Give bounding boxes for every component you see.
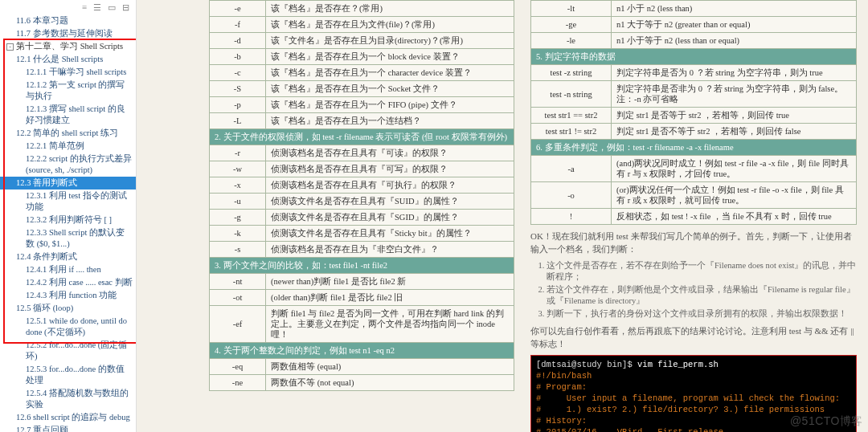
- toc-item[interactable]: 12.1.2 第一支 script 的撰写与执行: [0, 79, 136, 103]
- flag-cell: -p: [210, 97, 266, 113]
- list-item: 若这个文件存在，则判断他是个文件或目录，结果输出『Filename is reg…: [547, 284, 857, 307]
- flag-cell: -lt: [531, 1, 612, 17]
- toc-item[interactable]: 12.3.3 Shell script 的默认变数 ($0, $1...): [0, 226, 136, 251]
- table-row: -nt(newer than)判断 file1 是否比 file2 新: [210, 274, 514, 290]
- desc-cell: 该『文件名』是否存在且为目录(directory)？(常用): [266, 33, 514, 49]
- table-row: -g侦测该文件名是否存在且具有『SGID』的属性？: [210, 210, 514, 226]
- desc-cell: 该『档名』是否存在且为文件(file)？(常用): [266, 17, 514, 33]
- section-cell: 2. 关于文件的权限侦测，如 test -r filename 表示可读否 (但…: [210, 129, 514, 145]
- flag-cell: -c: [210, 65, 266, 81]
- collapse-icon[interactable]: -: [6, 43, 14, 51]
- toc-item[interactable]: 12.1.3 撰写 shell script 的良好习惯建立: [0, 103, 136, 127]
- desc-cell: 侦测该档名是否存在且具有『可执行』的权限？: [266, 177, 514, 194]
- toc-item[interactable]: 12.5.1 while do done, until do done (不定循…: [0, 315, 136, 339]
- terminal-line: #!/bin/bash: [536, 371, 592, 381]
- flag-cell: -w: [210, 161, 266, 177]
- table-row: !反相状态，如 test ! -x file ，当 file 不具有 x 时，回…: [531, 209, 857, 225]
- flag-cell: test str1 != str2: [531, 124, 612, 140]
- toc-item[interactable]: 12.2 简单的 shell script 练习: [0, 127, 136, 140]
- toc-item[interactable]: 12.3 善用判断式: [0, 177, 136, 190]
- desc-cell: n1 大于等于 n2 (greater than or equal): [612, 17, 857, 33]
- desc-cell: 该『档名』是否存在？(常用): [266, 1, 514, 17]
- terminal-line: # 2015/07/16 VBird First release: [536, 427, 723, 432]
- desc-cell: 判定 str1 是否不等于 str2 ，若相等，则回传 false: [612, 124, 857, 140]
- desc-cell: 侦测该文件名是否存在且具有『SGID』的属性？: [266, 210, 514, 226]
- flag-cell: -ne: [210, 375, 266, 391]
- desc-cell: (older than)判断 file1 是否比 file2 旧: [266, 290, 514, 306]
- desc-cell: 该『档名』是否存在且为一个 FIFO (pipe) 文件？: [266, 97, 514, 113]
- flag-cell: -s: [210, 242, 266, 258]
- table-row: -gen1 大于等于 n2 (greater than or equal): [531, 17, 857, 33]
- toolbar-icon[interactable]: ▭: [108, 2, 116, 13]
- toc-chapter[interactable]: -第十二章、学习 Shell Scripts: [0, 40, 136, 53]
- terminal-line: # 1.) exist? 2.) file/directory? 3.) fil…: [536, 405, 825, 414]
- desc-cell: 两数值不等 (not equal): [266, 375, 514, 391]
- terminal-prompt: [dmtsai@study bin]$: [536, 360, 637, 369]
- table-row: -c该『档名』是否存在且为一个 character device 装置？: [210, 65, 514, 81]
- table-row: -eq两数值相等 (equal): [210, 359, 514, 375]
- terminal-command: vim file_perm.sh: [637, 360, 719, 369]
- toc-item[interactable]: 12.3.1 利用 test 指令的测试功能: [0, 190, 136, 214]
- desc-cell: 反相状态，如 test ! -x file ，当 file 不具有 x 时，回传…: [612, 209, 857, 225]
- flag-cell: -o: [531, 182, 612, 209]
- toc-item[interactable]: 11.6 本章习题: [0, 14, 136, 27]
- desc-cell: 该『档名』是否存在且为一个 character device 装置？: [266, 65, 514, 81]
- flag-cell: -ot: [210, 290, 266, 306]
- desc-cell: (or)两状况任何一个成立！例如 test -r file -o -x file…: [612, 182, 857, 209]
- table-row: 6. 多重条件判定，例如：test -r filename -a -x file…: [531, 140, 857, 156]
- toc-item[interactable]: 12.4.2 利用 case ..... esac 判断: [0, 276, 136, 289]
- table-row: 3. 两个文件之间的比较，如：test file1 -nt file2: [210, 258, 514, 274]
- table-row: -e该『档名』是否存在？(常用): [210, 1, 514, 17]
- desc-cell: n1 小于 n2 (less than): [612, 1, 857, 17]
- desc-cell: n1 小于等于 n2 (less than or equal): [612, 33, 857, 49]
- toc-item[interactable]: 11.7 参考数据与延伸阅读: [0, 27, 136, 40]
- table-row: -ltn1 小于 n2 (less than): [531, 1, 857, 17]
- toc-item[interactable]: 12.5.4 搭配随机数与数组的实验: [0, 387, 136, 411]
- desc-cell: 侦测该文件名是否存在且具有『SUID』的属性？: [266, 194, 514, 210]
- toc-item[interactable]: 12.1 什么是 Shell scripts: [0, 53, 136, 66]
- toc-item[interactable]: 12.4 条件判断式: [0, 251, 136, 263]
- flag-cell: -g: [210, 210, 266, 226]
- flag-cell: test str1 == str2: [531, 108, 612, 124]
- toc-item[interactable]: 12.5.2 for...do...done (固定循环): [0, 339, 136, 363]
- table-row: test -z string判定字符串是否为 0 ？若 string 为空字符串…: [531, 65, 857, 81]
- table-row: -d该『文件名』是否存在且为目录(directory)？(常用): [210, 33, 514, 49]
- flag-cell: -ge: [531, 17, 612, 33]
- table-row: 5. 判定字符串的数据: [531, 49, 857, 65]
- toc-item[interactable]: 12.4.3 利用 function 功能: [0, 289, 136, 302]
- desc-cell: 该『档名』是否存在且为一个 Socket 文件？: [266, 81, 514, 97]
- flag-cell: -b: [210, 49, 266, 65]
- flag-cell: -f: [210, 17, 266, 33]
- toc-item[interactable]: 12.5 循环 (loop): [0, 302, 136, 315]
- flag-cell: -le: [531, 33, 612, 49]
- desc-cell: 两数值相等 (equal): [266, 359, 514, 375]
- flag-cell: -a: [531, 156, 612, 182]
- toc-item[interactable]: 12.2.1 简单范例: [0, 140, 136, 153]
- flag-cell: !: [531, 209, 612, 225]
- desc-cell: 判定字符串是否非为 0 ？若 string 为空字符串，则为 false。注：-…: [612, 81, 857, 108]
- toc-item[interactable]: 12.4.1 利用 if .... then: [0, 263, 136, 276]
- table-row: -ef判断 file1 与 file2 是否为同一文件，可用在判断 hard l…: [210, 306, 514, 343]
- table-row: -x侦测该档名是否存在且具有『可执行』的权限？: [210, 177, 514, 194]
- table-row: test str1 != str2判定 str1 是否不等于 str2 ，若相等…: [531, 124, 857, 140]
- desc-cell: 判断 file1 与 file2 是否为同一文件，可用在判断 hard link…: [266, 306, 514, 343]
- table-row: -w侦测该档名是否存在且具有『可写』的权限？: [210, 161, 514, 177]
- toolbar-icon[interactable]: ≡: [82, 2, 87, 12]
- toolbar-icon[interactable]: ☰: [93, 2, 101, 13]
- table-row: -len1 小于等于 n2 (less than or equal): [531, 33, 857, 49]
- toc-item[interactable]: 12.3.2 利用判断符号 [ ]: [0, 214, 136, 226]
- flag-cell: test -n string: [531, 81, 612, 108]
- table-row: -s侦测该档名是否存在且为『非空白文件』？: [210, 242, 514, 258]
- toc-item[interactable]: 12.6 shell script 的追踪与 debug: [0, 411, 136, 424]
- toolbar-icon[interactable]: ⊟: [122, 2, 129, 13]
- terminal-line: # History:: [536, 416, 587, 426]
- toc-item[interactable]: 12.1.1 干嘛学习 shell scripts: [0, 66, 136, 79]
- sidebar-toolbar: ≡ ☰ ▭ ⊟: [0, 0, 136, 14]
- desc-cell: 侦测该文件名是否存在且具有『Sticky bit』的属性？: [266, 226, 514, 242]
- toc-item[interactable]: 12.5.3 for...do...done 的数值处理: [0, 363, 136, 387]
- toc-item[interactable]: 12.7 重点回顾: [0, 424, 136, 432]
- toc-item[interactable]: 12.2.2 script 的执行方式差异 (source, sh, ./scr…: [0, 153, 136, 177]
- table-row: -a(and)两状况同时成立！例如 test -r file -a -x fil…: [531, 156, 857, 182]
- flag-cell: -x: [210, 177, 266, 194]
- table-row: -f该『档名』是否存在且为文件(file)？(常用): [210, 17, 514, 33]
